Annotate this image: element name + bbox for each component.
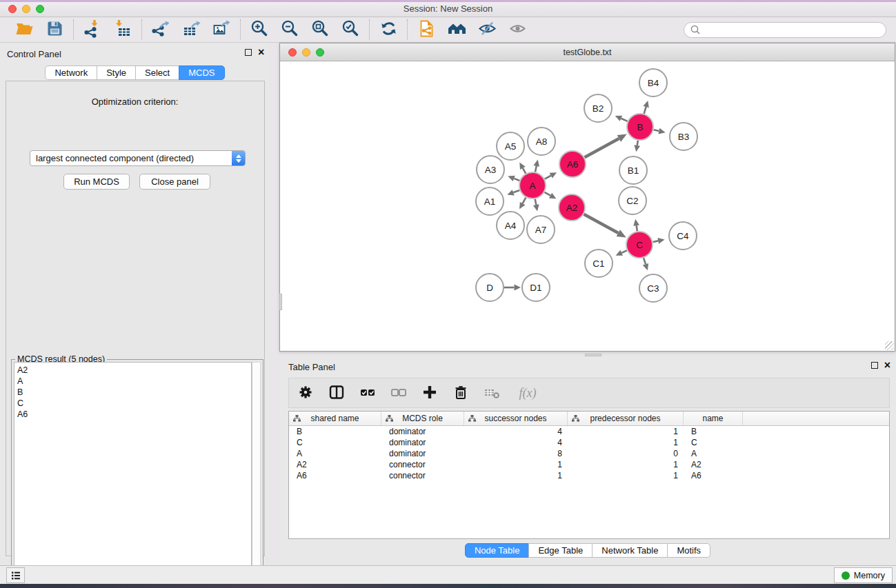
graph-node-D[interactable]: D: [476, 274, 504, 301]
table-cell[interactable]: A: [289, 449, 381, 458]
table-row[interactable]: Bdominator41B: [289, 426, 889, 437]
mcds-result-item[interactable]: A: [17, 376, 251, 387]
column-header-successor-nodes[interactable]: successor nodes: [464, 412, 568, 425]
graph-edge[interactable]: [637, 141, 638, 145]
table-cell[interactable]: 1: [568, 460, 684, 469]
graph-node-A2[interactable]: A2: [559, 194, 585, 221]
graph-edge[interactable]: [545, 176, 551, 179]
tab-style[interactable]: Style: [97, 65, 136, 80]
table-cell[interactable]: dominator: [381, 427, 464, 436]
table-row[interactable]: A6connector11A6: [289, 470, 889, 481]
table-cell[interactable]: connector: [381, 460, 464, 469]
graph-edge[interactable]: [654, 130, 659, 131]
graph-edge[interactable]: [585, 139, 619, 157]
search-input[interactable]: [704, 25, 880, 34]
table-cell[interactable]: A6: [684, 471, 743, 480]
import-table-button[interactable]: [112, 19, 133, 40]
graph-node-A5[interactable]: A5: [497, 132, 524, 160]
splitter-handle-horizontal[interactable]: [585, 354, 601, 356]
table-row[interactable]: A2connector11A2: [289, 459, 889, 470]
graph-edge[interactable]: [621, 119, 627, 121]
table-cell[interactable]: 4: [464, 427, 568, 436]
graph-edge[interactable]: [513, 190, 519, 192]
table-cell[interactable]: 1: [568, 471, 684, 480]
table-cell[interactable]: 1: [568, 438, 684, 447]
graph-node-A1[interactable]: A1: [476, 187, 504, 215]
tab-select[interactable]: Select: [135, 65, 179, 80]
zoom-in-button[interactable]: [249, 19, 270, 40]
table-cell[interactable]: B: [684, 427, 743, 436]
graph-node-A4[interactable]: A4: [497, 212, 524, 239]
tab-edge-table[interactable]: Edge Table: [528, 543, 593, 558]
table-cell[interactable]: dominator: [381, 438, 464, 447]
column-header-name[interactable]: name: [684, 412, 743, 425]
graph-node-B1[interactable]: B1: [619, 156, 647, 184]
column-header-predecessor-nodes[interactable]: predecessor nodes: [568, 412, 684, 425]
graph-edge[interactable]: [644, 107, 646, 114]
graph-edge[interactable]: [584, 214, 619, 233]
table-cell[interactable]: A6: [289, 471, 381, 480]
memory-button[interactable]: Memory: [834, 567, 893, 583]
table-cell[interactable]: A: [684, 449, 743, 458]
result-scrollbar[interactable]: [252, 362, 261, 588]
splitter-handle-vertical[interactable]: [279, 294, 282, 310]
graph-node-C3[interactable]: C3: [639, 274, 667, 302]
settings-gear-button[interactable]: [296, 383, 315, 403]
zoom-selected-button[interactable]: [340, 19, 361, 40]
show-panel-button[interactable]: [507, 19, 528, 40]
graph-node-C4[interactable]: C4: [669, 222, 697, 250]
network-window-titlebar[interactable]: testGlobe.txt: [280, 43, 895, 61]
table-cell[interactable]: B: [289, 427, 381, 436]
graph-edge[interactable]: [523, 168, 526, 174]
table-cell[interactable]: connector: [381, 471, 464, 480]
network-from-file-button[interactable]: [416, 19, 437, 40]
graph-node-C2[interactable]: C2: [619, 187, 646, 214]
mcds-result-item[interactable]: C: [17, 398, 251, 409]
graph-node-B4[interactable]: B4: [639, 69, 667, 97]
graph-node-B2[interactable]: B2: [584, 94, 612, 122]
tab-node-table[interactable]: Node Table: [465, 543, 530, 558]
table-cell[interactable]: dominator: [381, 449, 464, 458]
export-network-button[interactable]: [150, 19, 171, 40]
table-row[interactable]: Adominator80A: [289, 448, 889, 459]
column-header-MCDS-role[interactable]: MCDS role: [381, 412, 464, 425]
graph-node-A[interactable]: A: [519, 172, 546, 199]
graph-node-A3[interactable]: A3: [477, 156, 504, 183]
tab-motifs[interactable]: Motifs: [667, 543, 710, 558]
graph-node-A6[interactable]: A6: [559, 151, 586, 177]
table-row[interactable]: Cdominator41C: [289, 437, 889, 448]
add-column-button[interactable]: [420, 383, 439, 403]
run-mcds-button[interactable]: Run MCDS: [63, 174, 130, 190]
float-table-panel-icon[interactable]: [871, 362, 878, 369]
graph-node-A8[interactable]: A8: [528, 128, 555, 155]
table-cell[interactable]: A2: [289, 460, 381, 469]
table-cell[interactable]: 4: [464, 438, 568, 447]
graph-edge[interactable]: [535, 199, 537, 205]
graph-node-C1[interactable]: C1: [585, 250, 613, 277]
zoom-fit-button[interactable]: [310, 19, 330, 40]
column-header-shared-name[interactable]: shared name: [289, 412, 381, 425]
table-cell[interactable]: A2: [684, 460, 743, 469]
tab-network-table[interactable]: Network Table: [592, 543, 668, 558]
graph-edge[interactable]: [523, 198, 526, 204]
export-table-button[interactable]: [181, 19, 201, 40]
resize-grip-icon[interactable]: [885, 341, 894, 350]
select-all-checkboxes-button[interactable]: [358, 383, 377, 403]
graph-edge[interactable]: [544, 192, 550, 196]
hide-panel-button[interactable]: [477, 19, 497, 40]
close-panel-button[interactable]: Close panel: [139, 174, 210, 190]
table-cell[interactable]: 0: [568, 449, 684, 458]
table-cell[interactable]: C: [684, 438, 743, 447]
mcds-result-list[interactable]: A2ABCA6: [14, 362, 252, 588]
network-canvas[interactable]: B4B2BB3A8A5A6A3B1AA1C2A2A4A7C4CC1C3DD1: [280, 61, 895, 351]
deselect-all-checkboxes-button[interactable]: [389, 383, 408, 403]
optimization-criterion-dropdown[interactable]: largest connected component (directed): [30, 150, 246, 166]
mcds-result-item[interactable]: A6: [17, 409, 251, 420]
delete-column-button[interactable]: [451, 383, 470, 403]
export-image-button[interactable]: [211, 19, 232, 40]
graph-edge[interactable]: [637, 225, 637, 231]
save-session-button[interactable]: [44, 19, 65, 40]
table-cell[interactable]: 1: [464, 471, 568, 480]
graph-edge[interactable]: [644, 258, 646, 264]
table-cell[interactable]: 8: [464, 449, 568, 458]
